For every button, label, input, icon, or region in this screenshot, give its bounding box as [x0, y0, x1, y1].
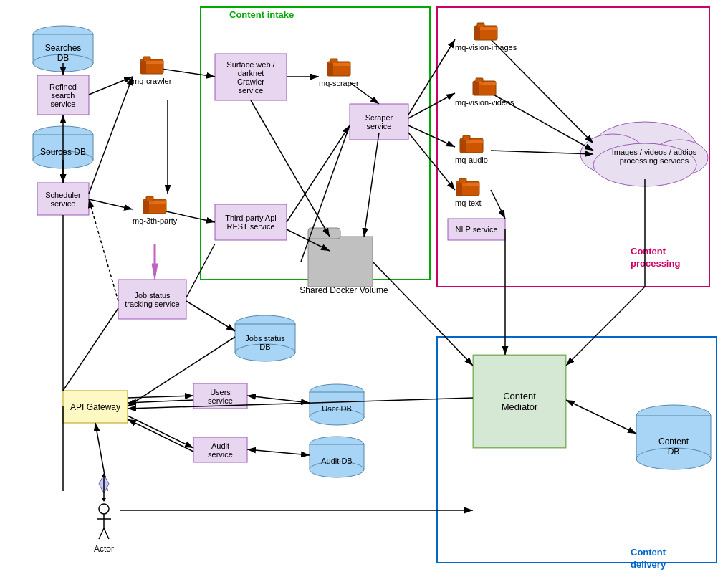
- svg-line-63: [566, 287, 645, 366]
- mq-crawler: mq-crawler: [133, 54, 171, 85]
- svg-text:Content: Content: [631, 246, 666, 257]
- user-db-label: User DB: [310, 392, 364, 425]
- svg-line-50: [89, 77, 133, 194]
- svg-rect-108: [474, 27, 480, 40]
- svg-line-91: [186, 244, 215, 297]
- mq-3th-party: mq-3th-party: [133, 194, 177, 225]
- svg-line-84: [128, 398, 473, 409]
- third-party-service: Third-party Api REST service: [215, 204, 287, 240]
- nlp-service: NLP service: [448, 219, 505, 240]
- svg-line-82: [247, 449, 310, 455]
- sources-db-label: Sources DB: [33, 135, 93, 168]
- svg-text:processing: processing: [631, 258, 680, 269]
- searches-db-label: Searches DB: [33, 34, 93, 72]
- svg-rect-120: [456, 183, 462, 196]
- content-db-label: Content DB: [636, 423, 711, 469]
- scheduler-service: Scheduler service: [37, 183, 89, 215]
- svg-line-57: [408, 133, 455, 190]
- jobs-status-db: Jobs status DB: [235, 324, 295, 361]
- svg-rect-96: [140, 61, 146, 74]
- mq-vision-videos: mq-vision-videos: [455, 75, 514, 107]
- actor-label: Actor: [94, 544, 114, 554]
- users-service: Users service: [193, 383, 247, 409]
- svg-line-89: [63, 308, 118, 391]
- svg-marker-124: [102, 473, 106, 477]
- svg-marker-123: [102, 498, 106, 502]
- job-status-service: Job status tracking service: [118, 280, 186, 319]
- svg-line-61: [491, 190, 505, 219]
- audit-db-label: Audit DB: [310, 444, 364, 477]
- images-processing-services: Images / videos / audios processing serv…: [593, 133, 715, 179]
- svg-line-71: [373, 262, 473, 366]
- svg-line-55: [408, 93, 455, 118]
- svg-line-65: [89, 199, 133, 209]
- mq-vision-images: mq-vision-images: [455, 20, 517, 52]
- svg-line-78: [128, 400, 193, 403]
- svg-line-70: [364, 133, 379, 237]
- svg-line-47: [89, 77, 133, 95]
- architecture-diagram: Content intake Content processing Conten…: [0, 0, 728, 577]
- content-mediator: Content Mediator: [473, 355, 566, 448]
- crawler-service: Surface web / darknet Crawler service: [215, 54, 287, 100]
- svg-line-129: [104, 528, 109, 539]
- svg-rect-44: [308, 237, 373, 287]
- refined-search-service: Refined search service: [37, 75, 89, 115]
- svg-rect-116: [460, 140, 466, 153]
- api-gateway: API Gateway: [63, 391, 128, 423]
- mq-text: mq-text: [455, 176, 482, 207]
- scraper-service: Scraper service: [350, 104, 408, 140]
- svg-line-80: [128, 419, 193, 452]
- svg-text:Content: Content: [631, 547, 666, 558]
- svg-line-72: [89, 199, 118, 301]
- svg-line-67: [287, 125, 350, 222]
- svg-line-128: [99, 528, 104, 539]
- mq-audio: mq-audio: [455, 133, 488, 164]
- svg-rect-112: [473, 82, 479, 95]
- svg-line-79: [128, 416, 193, 448]
- svg-text:Content intake: Content intake: [229, 9, 294, 20]
- svg-rect-100: [327, 63, 333, 76]
- svg-line-69: [287, 229, 330, 251]
- svg-line-75: [186, 301, 235, 331]
- svg-rect-104: [143, 201, 149, 214]
- shared-docker-volume: Shared Docker Volume: [287, 283, 401, 297]
- svg-line-56: [408, 125, 455, 147]
- svg-line-60: [491, 151, 593, 154]
- actor-figure: Actor: [93, 473, 115, 554]
- svg-marker-73: [152, 264, 158, 280]
- audit-service: Audit service: [193, 437, 247, 462]
- mq-scraper: mq-scraper: [319, 56, 359, 87]
- svg-line-81: [247, 396, 310, 403]
- svg-rect-45: [308, 228, 340, 239]
- svg-line-92: [301, 125, 350, 262]
- svg-text:delivery: delivery: [631, 559, 666, 570]
- svg-line-77: [128, 396, 193, 398]
- svg-point-125: [99, 504, 109, 514]
- svg-line-54: [408, 39, 455, 115]
- svg-line-83: [566, 400, 636, 434]
